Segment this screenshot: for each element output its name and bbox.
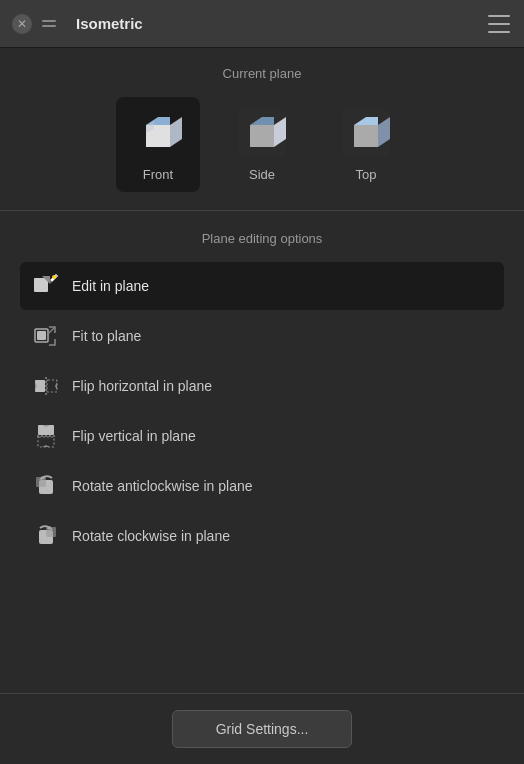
edit-in-plane-icon (32, 272, 60, 300)
svg-marker-10 (354, 125, 378, 147)
current-plane-section: Current plane Front (0, 48, 524, 206)
fit-to-plane-icon (32, 322, 60, 350)
edit-in-plane-label: Edit in plane (72, 278, 149, 294)
titlebar: ✕ Isometric (0, 0, 524, 48)
grid-settings-button[interactable]: Grid Settings... (172, 710, 352, 748)
side-label: Side (249, 167, 275, 182)
svg-rect-20 (37, 331, 46, 340)
top-cube-icon (340, 107, 392, 159)
fit-to-plane-label: Fit to plane (72, 328, 141, 344)
front-cube-icon (132, 107, 184, 159)
close-button[interactable]: ✕ (12, 14, 32, 34)
rotate-anticlockwise-label: Rotate anticlockwise in plane (72, 478, 253, 494)
flip-vertical-icon (32, 422, 60, 450)
plane-top-button[interactable]: Top (324, 97, 408, 192)
flip-vertical-label: Flip vertical in plane (72, 428, 196, 444)
fit-to-plane-option[interactable]: Fit to plane (20, 312, 504, 360)
svg-marker-26 (55, 382, 57, 390)
hamburger-menu-icon[interactable] (488, 15, 512, 33)
footer-section: Grid Settings... (0, 693, 524, 764)
plane-editing-section: Plane editing options Edit in plane (0, 215, 524, 576)
top-label: Top (356, 167, 377, 182)
current-plane-label: Current plane (20, 66, 504, 81)
rotate-anticlockwise-icon (32, 472, 60, 500)
plane-options-group: Front Side (20, 97, 504, 192)
flip-horizontal-label: Flip horizontal in plane (72, 378, 212, 394)
edit-in-plane-option[interactable]: Edit in plane (20, 262, 504, 310)
plane-editing-label: Plane editing options (20, 231, 504, 246)
flip-vertical-option[interactable]: Flip vertical in plane (20, 412, 504, 460)
close-icon: ✕ (17, 17, 27, 31)
svg-marker-6 (250, 125, 274, 147)
flip-horizontal-option[interactable]: Flip horizontal in plane (20, 362, 504, 410)
plane-edit-options-list: Edit in plane Fit to plane Flip horizo (20, 262, 504, 560)
plane-front-button[interactable]: Front (116, 97, 200, 192)
plane-side-button[interactable]: Side (220, 97, 304, 192)
rotate-clockwise-option[interactable]: Rotate clockwise in plane (20, 512, 504, 560)
svg-point-18 (52, 275, 56, 279)
front-label: Front (143, 167, 173, 182)
rotate-clockwise-icon (32, 522, 60, 550)
rotate-clockwise-label: Rotate clockwise in plane (72, 528, 230, 544)
panel-title: Isometric (76, 15, 488, 32)
side-cube-icon (236, 107, 288, 159)
rotate-anticlockwise-option[interactable]: Rotate anticlockwise in plane (20, 462, 504, 510)
svg-rect-13 (34, 278, 48, 292)
svg-marker-31 (42, 445, 50, 447)
drag-handle[interactable] (42, 14, 62, 34)
section-divider-1 (0, 210, 524, 211)
flip-horizontal-icon (32, 372, 60, 400)
